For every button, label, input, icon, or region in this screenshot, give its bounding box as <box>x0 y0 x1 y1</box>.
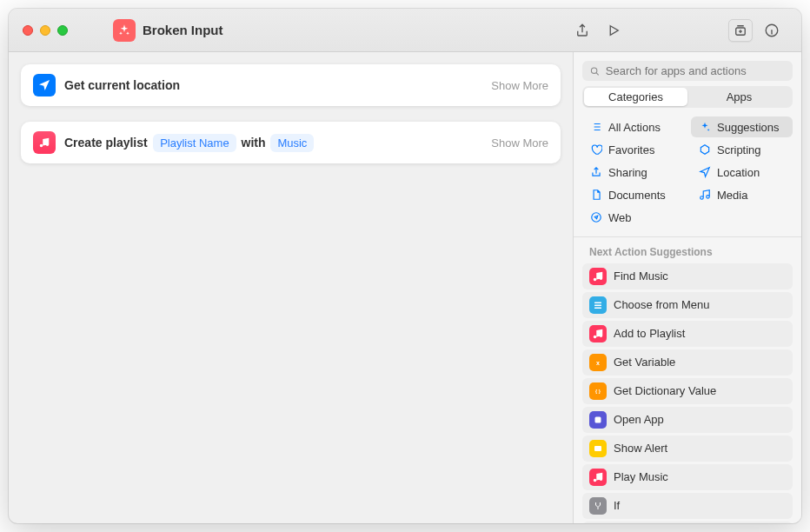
action-card[interactable]: Create playlist Playlist Name with Music… <box>21 122 561 163</box>
category-label: Documents <box>608 189 666 202</box>
window-controls <box>23 25 68 36</box>
menu-icon <box>589 296 607 314</box>
category-scripting[interactable]: Scripting <box>691 139 793 160</box>
zoom-button[interactable] <box>57 25 68 36</box>
suggestion-get-dictionary-value[interactable]: { }Get Dictionary Value <box>582 378 793 404</box>
search-field[interactable] <box>582 61 793 81</box>
music-icon <box>33 131 56 154</box>
suggestion-label: Play Music <box>614 470 668 483</box>
action-library: Categories Apps All ActionsSuggestionsFa… <box>574 52 801 523</box>
library-toggle-button[interactable] <box>728 19 753 42</box>
show-more-button[interactable]: Show More <box>491 79 548 92</box>
dict-icon: { } <box>589 382 607 400</box>
category-suggestions[interactable]: Suggestions <box>691 116 793 137</box>
category-label: Suggestions <box>717 121 780 134</box>
category-label: Media <box>717 189 747 202</box>
svg-rect-9 <box>595 416 601 422</box>
share-icon <box>589 165 603 179</box>
library-mode-segmented[interactable]: Categories Apps <box>582 86 793 108</box>
category-favorites[interactable]: Favorites <box>582 139 684 160</box>
search-input[interactable] <box>606 64 786 77</box>
script-icon <box>698 143 712 156</box>
action-card[interactable]: Get current locationShow More <box>21 64 561 106</box>
svg-point-2 <box>591 67 596 72</box>
location-arrow-icon <box>33 74 56 96</box>
suggestion-find-music[interactable]: Find Music <box>582 263 793 289</box>
category-label: Favorites <box>608 143 654 156</box>
share-button[interactable] <box>570 19 594 42</box>
category-label: Scripting <box>717 143 761 156</box>
categories-tab[interactable]: Categories <box>584 88 687 106</box>
action-body: Create playlist Playlist Name with Music <box>64 134 315 152</box>
category-label: Web <box>608 211 632 224</box>
suggestion-get-variable[interactable]: xGet Variable <box>582 349 793 376</box>
app-icon <box>589 411 607 429</box>
suggestion-choose-from-menu[interactable]: Choose from Menu <box>582 292 793 318</box>
svg-text:x: x <box>596 359 600 365</box>
music-icon <box>589 325 607 342</box>
location-icon <box>698 165 712 179</box>
doc-icon <box>589 188 603 202</box>
apps-tab[interactable]: Apps <box>687 88 791 106</box>
action-title: Create playlist <box>64 136 148 150</box>
category-location[interactable]: Location <box>691 162 793 183</box>
action-body: Get current location <box>64 77 180 93</box>
suggestions-header: Next Action Suggestions <box>574 243 801 263</box>
list-icon <box>589 120 603 134</box>
minimize-button[interactable] <box>40 25 50 36</box>
search-icon <box>589 65 601 77</box>
info-button[interactable] <box>760 19 784 42</box>
svg-rect-10 <box>594 446 601 451</box>
suggestion-label: Show Alert <box>614 442 667 455</box>
svg-rect-6 <box>594 307 601 309</box>
suggestion-add-to-playlist[interactable]: Add to Playlist <box>582 321 793 347</box>
category-grid: All ActionsSuggestionsFavoritesScripting… <box>574 116 801 236</box>
suggestion-label: Open App <box>614 413 664 426</box>
category-documents[interactable]: Documents <box>582 184 684 205</box>
category-label: All Actions <box>608 121 661 134</box>
shortcut-app-icon <box>113 19 136 42</box>
media-icon <box>698 188 712 202</box>
content-area: Get current locationShow MoreCreate play… <box>9 52 801 523</box>
category-sharing[interactable]: Sharing <box>582 162 684 183</box>
suggestion-open-app[interactable]: Open App <box>582 407 793 433</box>
run-button[interactable] <box>601 19 626 42</box>
suggestion-label: Get Variable <box>614 356 675 369</box>
show-more-button[interactable]: Show More <box>491 136 548 150</box>
music-icon <box>589 469 607 486</box>
divider <box>574 236 801 237</box>
close-button[interactable] <box>23 25 33 36</box>
svg-rect-5 <box>594 304 601 306</box>
alert-icon <box>589 440 607 457</box>
titlebar: Broken Input <box>9 9 801 52</box>
action-text: with <box>238 136 269 150</box>
safari-icon <box>589 210 603 224</box>
branch-icon <box>589 497 607 515</box>
suggestion-if[interactable]: If <box>582 493 793 519</box>
suggestion-show-result[interactable]: Show Result <box>582 522 793 523</box>
app-window: Broken Input Get current locationShow Mo… <box>9 9 801 523</box>
parameter-token[interactable]: Music <box>270 134 314 152</box>
svg-point-3 <box>592 213 601 223</box>
suggestion-show-alert[interactable]: Show Alert <box>582 436 793 462</box>
svg-text:{ }: { } <box>595 389 601 394</box>
category-web[interactable]: Web <box>582 207 684 228</box>
action-title: Get current location <box>64 78 180 92</box>
suggestion-play-music[interactable]: Play Music <box>582 464 793 490</box>
workflow-title: Broken Input <box>143 23 223 37</box>
var-icon: x <box>589 354 607 371</box>
heart-icon <box>589 143 603 156</box>
sparkle-icon <box>698 120 712 134</box>
suggestions-list: Find MusicChoose from MenuAdd to Playlis… <box>574 263 801 523</box>
parameter-token[interactable]: Playlist Name <box>153 134 236 152</box>
category-label: Location <box>717 166 760 179</box>
category-all-actions[interactable]: All Actions <box>582 116 684 137</box>
music-icon <box>589 268 607 285</box>
suggestion-label: Choose from Menu <box>614 298 710 311</box>
suggestion-label: Add to Playlist <box>614 327 685 340</box>
workflow-editor[interactable]: Get current locationShow MoreCreate play… <box>9 52 574 523</box>
category-label: Sharing <box>608 166 647 179</box>
category-media[interactable]: Media <box>691 184 793 205</box>
svg-rect-4 <box>594 302 601 303</box>
suggestion-label: If <box>614 499 620 512</box>
